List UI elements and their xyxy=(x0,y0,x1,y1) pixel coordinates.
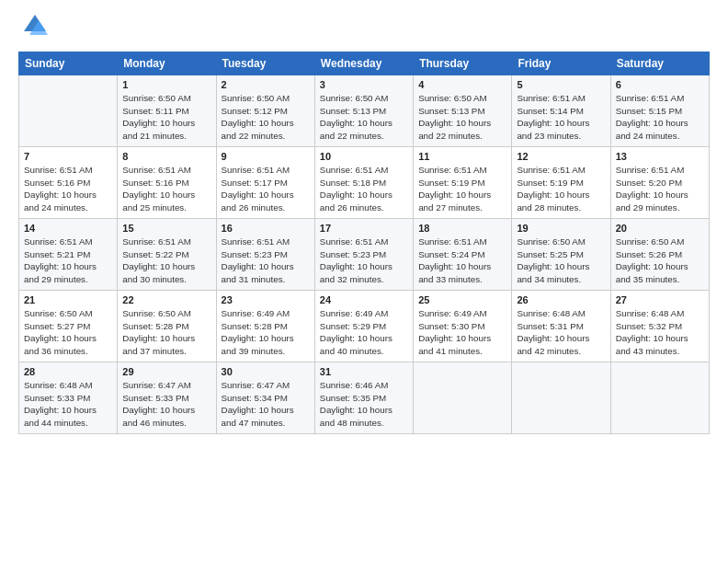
day-cell xyxy=(19,75,118,147)
day-cell: 16Sunrise: 6:51 AM Sunset: 5:23 PM Dayli… xyxy=(216,219,314,291)
day-info: Sunrise: 6:51 AM Sunset: 5:14 PM Dayligh… xyxy=(517,92,605,143)
day-number: 4 xyxy=(418,79,506,90)
day-number: 7 xyxy=(24,151,112,162)
day-info: Sunrise: 6:48 AM Sunset: 5:31 PM Dayligh… xyxy=(517,307,605,358)
day-number: 11 xyxy=(418,151,506,162)
day-info: Sunrise: 6:50 AM Sunset: 5:13 PM Dayligh… xyxy=(320,92,408,143)
day-number: 23 xyxy=(222,294,310,305)
day-info: Sunrise: 6:51 AM Sunset: 5:18 PM Dayligh… xyxy=(320,164,408,214)
day-number: 3 xyxy=(320,79,408,90)
col-header-wednesday: Wednesday xyxy=(314,52,413,75)
week-row-5: 28Sunrise: 6:48 AM Sunset: 5:33 PM Dayli… xyxy=(19,362,710,434)
day-info: Sunrise: 6:47 AM Sunset: 5:34 PM Dayligh… xyxy=(222,379,310,430)
day-number: 22 xyxy=(122,294,210,305)
day-info: Sunrise: 6:49 AM Sunset: 5:29 PM Dayligh… xyxy=(320,307,408,358)
day-cell xyxy=(512,362,610,434)
day-number: 27 xyxy=(616,294,704,305)
day-info: Sunrise: 6:46 AM Sunset: 5:35 PM Dayligh… xyxy=(320,379,408,430)
day-number: 12 xyxy=(517,151,605,162)
day-number: 13 xyxy=(616,151,704,162)
day-info: Sunrise: 6:51 AM Sunset: 5:22 PM Dayligh… xyxy=(122,236,210,286)
day-info: Sunrise: 6:51 AM Sunset: 5:19 PM Dayligh… xyxy=(418,164,506,214)
day-number: 17 xyxy=(320,223,408,234)
col-header-tuesday: Tuesday xyxy=(216,52,314,75)
week-row-1: 1Sunrise: 6:50 AM Sunset: 5:11 PM Daylig… xyxy=(19,75,710,147)
day-cell: 10Sunrise: 6:51 AM Sunset: 5:18 PM Dayli… xyxy=(314,147,413,219)
day-number: 21 xyxy=(24,294,112,305)
day-number: 16 xyxy=(222,223,310,234)
col-header-saturday: Saturday xyxy=(610,52,709,75)
day-info: Sunrise: 6:50 AM Sunset: 5:25 PM Dayligh… xyxy=(517,236,605,286)
day-info: Sunrise: 6:49 AM Sunset: 5:30 PM Dayligh… xyxy=(418,307,506,358)
day-number: 30 xyxy=(222,366,310,377)
week-row-2: 7Sunrise: 6:51 AM Sunset: 5:16 PM Daylig… xyxy=(19,147,710,219)
col-header-thursday: Thursday xyxy=(414,52,512,75)
day-info: Sunrise: 6:50 AM Sunset: 5:27 PM Dayligh… xyxy=(24,307,112,358)
day-cell xyxy=(414,362,512,434)
col-header-sunday: Sunday xyxy=(19,52,118,75)
day-number: 10 xyxy=(320,151,408,162)
day-cell: 24Sunrise: 6:49 AM Sunset: 5:29 PM Dayli… xyxy=(314,291,413,362)
day-cell xyxy=(610,362,709,434)
day-info: Sunrise: 6:50 AM Sunset: 5:11 PM Dayligh… xyxy=(122,92,210,143)
day-info: Sunrise: 6:50 AM Sunset: 5:28 PM Dayligh… xyxy=(122,307,210,358)
day-cell: 12Sunrise: 6:51 AM Sunset: 5:19 PM Dayli… xyxy=(512,147,610,219)
day-cell: 2Sunrise: 6:50 AM Sunset: 5:12 PM Daylig… xyxy=(216,75,314,147)
day-cell: 19Sunrise: 6:50 AM Sunset: 5:25 PM Dayli… xyxy=(512,219,610,291)
col-header-friday: Friday xyxy=(512,52,610,75)
day-cell: 31Sunrise: 6:46 AM Sunset: 5:35 PM Dayli… xyxy=(314,362,413,434)
day-info: Sunrise: 6:50 AM Sunset: 5:13 PM Dayligh… xyxy=(418,92,506,143)
day-cell: 25Sunrise: 6:49 AM Sunset: 5:30 PM Dayli… xyxy=(414,291,512,362)
logo-icon xyxy=(22,13,48,39)
day-info: Sunrise: 6:51 AM Sunset: 5:16 PM Dayligh… xyxy=(24,164,112,214)
day-cell: 26Sunrise: 6:48 AM Sunset: 5:31 PM Dayli… xyxy=(512,291,610,362)
day-cell: 9Sunrise: 6:51 AM Sunset: 5:17 PM Daylig… xyxy=(216,147,314,219)
page: SundayMondayTuesdayWednesdayThursdayFrid… xyxy=(0,0,728,563)
day-cell: 20Sunrise: 6:50 AM Sunset: 5:26 PM Dayli… xyxy=(610,219,709,291)
day-info: Sunrise: 6:50 AM Sunset: 5:26 PM Dayligh… xyxy=(616,236,704,286)
day-cell: 6Sunrise: 6:51 AM Sunset: 5:15 PM Daylig… xyxy=(610,75,709,147)
day-cell: 1Sunrise: 6:50 AM Sunset: 5:11 PM Daylig… xyxy=(118,75,216,147)
col-header-monday: Monday xyxy=(118,52,216,75)
day-cell: 21Sunrise: 6:50 AM Sunset: 5:27 PM Dayli… xyxy=(19,291,118,362)
day-number: 28 xyxy=(24,366,112,377)
logo xyxy=(18,17,48,42)
header xyxy=(18,17,710,42)
day-info: Sunrise: 6:49 AM Sunset: 5:28 PM Dayligh… xyxy=(222,307,310,358)
day-info: Sunrise: 6:50 AM Sunset: 5:12 PM Dayligh… xyxy=(222,92,310,143)
day-cell: 5Sunrise: 6:51 AM Sunset: 5:14 PM Daylig… xyxy=(512,75,610,147)
day-info: Sunrise: 6:51 AM Sunset: 5:23 PM Dayligh… xyxy=(320,236,408,286)
week-row-3: 14Sunrise: 6:51 AM Sunset: 5:21 PM Dayli… xyxy=(19,219,710,291)
day-info: Sunrise: 6:48 AM Sunset: 5:32 PM Dayligh… xyxy=(616,307,704,358)
day-cell: 3Sunrise: 6:50 AM Sunset: 5:13 PM Daylig… xyxy=(314,75,413,147)
day-info: Sunrise: 6:47 AM Sunset: 5:33 PM Dayligh… xyxy=(122,379,210,430)
day-number: 1 xyxy=(122,79,210,90)
calendar-table: SundayMondayTuesdayWednesdayThursdayFrid… xyxy=(18,52,710,434)
day-info: Sunrise: 6:51 AM Sunset: 5:16 PM Dayligh… xyxy=(122,164,210,214)
day-info: Sunrise: 6:51 AM Sunset: 5:19 PM Dayligh… xyxy=(517,164,605,214)
day-cell: 18Sunrise: 6:51 AM Sunset: 5:24 PM Dayli… xyxy=(414,219,512,291)
day-cell: 15Sunrise: 6:51 AM Sunset: 5:22 PM Dayli… xyxy=(118,219,216,291)
day-info: Sunrise: 6:51 AM Sunset: 5:23 PM Dayligh… xyxy=(222,236,310,286)
day-cell: 17Sunrise: 6:51 AM Sunset: 5:23 PM Dayli… xyxy=(314,219,413,291)
day-number: 8 xyxy=(122,151,210,162)
day-cell: 4Sunrise: 6:50 AM Sunset: 5:13 PM Daylig… xyxy=(414,75,512,147)
day-info: Sunrise: 6:51 AM Sunset: 5:15 PM Dayligh… xyxy=(616,92,704,143)
day-info: Sunrise: 6:51 AM Sunset: 5:17 PM Dayligh… xyxy=(222,164,310,214)
day-cell: 27Sunrise: 6:48 AM Sunset: 5:32 PM Dayli… xyxy=(610,291,709,362)
day-number: 15 xyxy=(122,223,210,234)
day-cell: 22Sunrise: 6:50 AM Sunset: 5:28 PM Dayli… xyxy=(118,291,216,362)
day-cell: 13Sunrise: 6:51 AM Sunset: 5:20 PM Dayli… xyxy=(610,147,709,219)
day-number: 6 xyxy=(616,79,704,90)
day-cell: 23Sunrise: 6:49 AM Sunset: 5:28 PM Dayli… xyxy=(216,291,314,362)
day-number: 19 xyxy=(517,223,605,234)
day-number: 25 xyxy=(418,294,506,305)
day-number: 9 xyxy=(222,151,310,162)
header-row: SundayMondayTuesdayWednesdayThursdayFrid… xyxy=(19,52,710,75)
day-info: Sunrise: 6:51 AM Sunset: 5:21 PM Dayligh… xyxy=(24,236,112,286)
day-info: Sunrise: 6:51 AM Sunset: 5:24 PM Dayligh… xyxy=(418,236,506,286)
day-number: 24 xyxy=(320,294,408,305)
day-number: 20 xyxy=(616,223,704,234)
day-info: Sunrise: 6:51 AM Sunset: 5:20 PM Dayligh… xyxy=(616,164,704,214)
day-number: 31 xyxy=(320,366,408,377)
